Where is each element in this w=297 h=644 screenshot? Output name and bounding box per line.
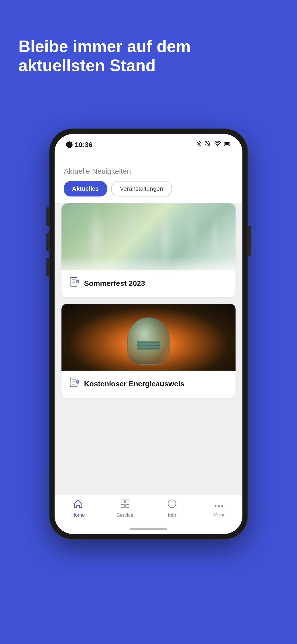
svg-rect-13: [70, 378, 77, 387]
svg-rect-15: [72, 381, 76, 382]
status-bar: 10:36: [54, 134, 242, 151]
svg-rect-16: [72, 382, 75, 383]
svg-rect-9: [76, 280, 79, 283]
nav-item-mehr[interactable]: Mehr: [204, 500, 234, 518]
page-headline: Bleibe immer auf dem aktuellsten Stand: [18, 37, 278, 75]
bluetooth-icon: [196, 140, 202, 148]
svg-rect-5: [72, 279, 76, 280]
card-energie-content: Kostenloser Energieausweis: [62, 370, 236, 398]
svg-rect-23: [126, 500, 129, 503]
bottom-navigation: Home Service: [54, 495, 242, 525]
grid-icon: [120, 499, 130, 510]
status-icons: [196, 140, 231, 148]
tab-veranstaltungen[interactable]: Veranstaltungen: [111, 181, 172, 196]
svg-point-1: [217, 145, 218, 146]
nav-item-service[interactable]: Service: [110, 499, 140, 518]
nav-item-home[interactable]: Home: [63, 499, 93, 518]
home-indicator-bar: [130, 528, 167, 530]
more-icon: [214, 500, 224, 510]
time-display: 10:36: [75, 141, 92, 148]
svg-point-30: [218, 505, 220, 507]
svg-rect-14: [72, 379, 76, 380]
nav-label-info: Info: [168, 512, 176, 518]
cards-container: Sommerfest 2023: [54, 204, 242, 495]
svg-rect-25: [126, 504, 129, 508]
svg-point-29: [215, 505, 217, 507]
sommerfest-title: Sommerfest 2023: [84, 279, 145, 288]
svg-rect-6: [72, 281, 76, 282]
top-spacer: [54, 151, 242, 156]
headline-line1: Bleibe immer auf dem: [18, 37, 191, 56]
battery-icon: [224, 141, 231, 148]
home-indicator-area: [54, 525, 242, 534]
phone-screen: 10:36: [54, 134, 242, 534]
card-energie[interactable]: Kostenloser Energieausweis: [62, 304, 236, 398]
headline-line2: aktuellsten Stand: [18, 56, 156, 75]
svg-point-28: [172, 502, 172, 502]
status-time-area: 10:36: [66, 141, 92, 148]
svg-rect-4: [70, 278, 77, 286]
nav-item-info[interactable]: Info: [157, 499, 187, 518]
wifi-icon: [214, 141, 221, 148]
nav-label-home: Home: [71, 512, 85, 518]
svg-rect-24: [121, 504, 124, 508]
section-header: Aktuelle Neuigkeiten Aktuelles Veranstal…: [54, 156, 242, 204]
svg-rect-7: [72, 282, 75, 283]
svg-rect-17: [72, 384, 75, 385]
nav-label-mehr: Mehr: [213, 512, 225, 518]
info-icon: [168, 499, 176, 510]
nav-label-service: Service: [116, 512, 133, 518]
tab-aktuelles[interactable]: Aktuelles: [64, 181, 107, 196]
svg-rect-3: [225, 143, 229, 145]
camera-dot: [66, 142, 72, 148]
svg-rect-18: [76, 380, 79, 384]
card-sommerfest-content: Sommerfest 2023: [62, 270, 236, 297]
filter-tabs: Aktuelles Veranstaltungen: [54, 181, 242, 204]
card-sommerfest-image: [62, 204, 236, 270]
svg-rect-8: [72, 284, 75, 284]
svg-rect-22: [121, 500, 124, 503]
home-icon: [74, 499, 83, 510]
svg-point-31: [222, 505, 223, 507]
sommerfest-doc-icon: [70, 277, 80, 290]
notification-icon: [205, 140, 211, 148]
section-title: Aktuelle Neuigkeiten: [54, 156, 242, 181]
energie-doc-icon: [70, 378, 80, 390]
energie-title: Kostenloser Energieausweis: [84, 380, 184, 388]
card-energie-image: [62, 304, 236, 370]
card-sommerfest[interactable]: Sommerfest 2023: [62, 204, 236, 297]
phone-mockup: 10:36: [50, 129, 248, 539]
